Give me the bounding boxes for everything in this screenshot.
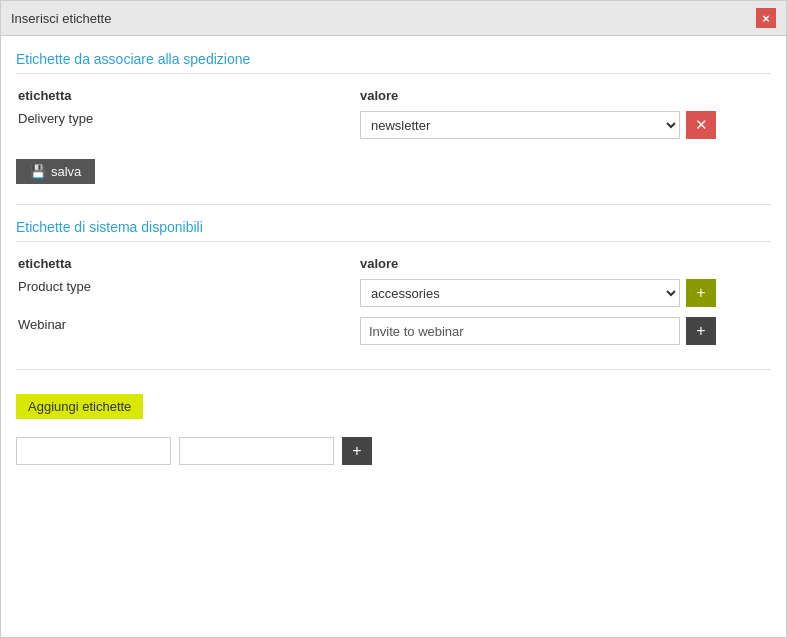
add-row: + (16, 437, 771, 465)
dialog: Inserisci etichette × Etichette da assoc… (0, 0, 787, 638)
value-cell: accessories electronics clothing books + (360, 279, 769, 307)
product-type-select[interactable]: accessories electronics clothing books (360, 279, 680, 307)
delivery-type-delete-button[interactable]: ✕ (686, 111, 716, 139)
dialog-title: Inserisci etichette (11, 11, 111, 26)
section2-header: Etichette di sistema disponibili (16, 219, 771, 242)
section1-row-value: newsletter email sms push ✕ (360, 111, 769, 147)
add-etichette-button[interactable]: + (342, 437, 372, 465)
section1-header: Etichette da associare alla spedizione (16, 51, 771, 74)
value-cell: newsletter email sms push ✕ (360, 111, 769, 139)
divider2 (16, 369, 771, 370)
webinar-value: + (360, 317, 769, 353)
close-button[interactable]: × (756, 8, 776, 28)
table-row: Webinar + (18, 317, 769, 353)
section1-col-etichetta: etichetta (18, 88, 358, 109)
save-button[interactable]: 💾 salva (16, 159, 95, 184)
product-type-label: Product type (18, 279, 358, 315)
add-value-input[interactable] (179, 437, 334, 465)
webinar-label: Webinar (18, 317, 358, 353)
section2-table: etichetta valore Product type accessorie… (16, 254, 771, 355)
product-type-add-button[interactable]: + (686, 279, 716, 307)
webinar-input[interactable] (360, 317, 680, 345)
dialog-body: Etichette da associare alla spedizione e… (1, 36, 786, 637)
divider1 (16, 204, 771, 205)
product-type-value: accessories electronics clothing books + (360, 279, 769, 315)
section1-row-label: Delivery type (18, 111, 358, 147)
value-cell: + (360, 317, 769, 345)
aggiungi-label-wrapper: Aggiungi etichette (16, 384, 771, 433)
section2-col-etichetta: etichetta (18, 256, 358, 277)
delivery-type-select[interactable]: newsletter email sms push (360, 111, 680, 139)
dialog-titlebar: Inserisci etichette × (1, 1, 786, 36)
aggiungi-etichette-label: Aggiungi etichette (16, 394, 143, 419)
table-row: Product type accessories electronics clo… (18, 279, 769, 315)
webinar-add-button[interactable]: + (686, 317, 716, 345)
save-label: salva (51, 164, 81, 179)
table-row: Delivery type newsletter email sms push … (18, 111, 769, 147)
save-icon: 💾 (30, 164, 46, 179)
section2-col-valore: valore (360, 256, 769, 277)
section1-table: etichetta valore Delivery type newslette… (16, 86, 771, 149)
add-label-input[interactable] (16, 437, 171, 465)
section1-col-valore: valore (360, 88, 769, 109)
